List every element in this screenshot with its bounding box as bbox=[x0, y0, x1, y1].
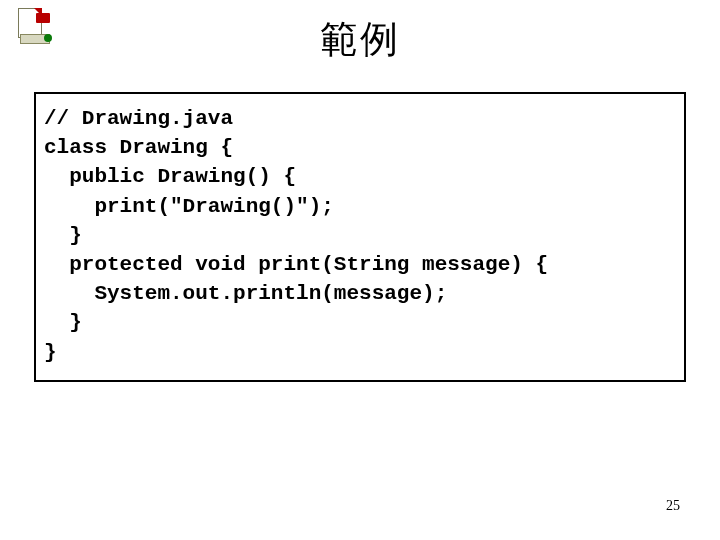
code-line-1: // Drawing.java bbox=[44, 107, 233, 130]
page-number: 25 bbox=[666, 498, 680, 514]
code-example-box: // Drawing.java class Drawing { public D… bbox=[34, 92, 686, 382]
code-line-8: } bbox=[44, 311, 82, 334]
slide-title: 範例 bbox=[0, 14, 720, 65]
code-line-3: public Drawing() { bbox=[44, 165, 296, 188]
code-line-6: protected void print(String message) { bbox=[44, 253, 548, 276]
code-line-7: System.out.println(message); bbox=[44, 282, 447, 305]
code-line-5: } bbox=[44, 224, 82, 247]
code-line-2: class Drawing { bbox=[44, 136, 233, 159]
code-line-9: } bbox=[44, 341, 57, 364]
code-line-4: print("Drawing()"); bbox=[44, 195, 334, 218]
